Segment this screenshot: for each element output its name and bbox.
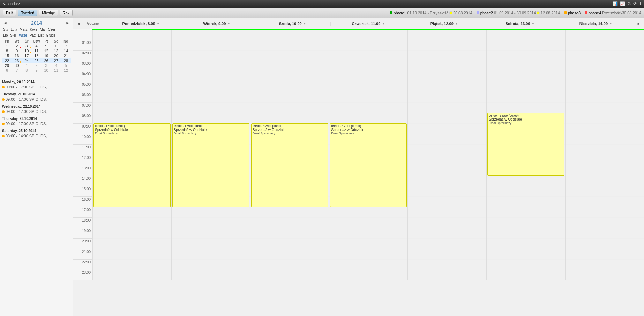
week-next[interactable]: ► [634, 22, 644, 26]
mini-cal-day[interactable]: 9 [31, 68, 41, 73]
chart-icon[interactable]: 📊 [613, 1, 618, 6]
day-cell[interactable] [93, 259, 171, 270]
day-cell[interactable] [250, 50, 329, 61]
day-cell[interactable] [487, 92, 565, 102]
month-sty[interactable]: Sty [2, 27, 9, 32]
day-cell[interactable] [172, 40, 250, 50]
day-cell[interactable] [487, 82, 565, 92]
day-cell[interactable] [408, 61, 486, 71]
mini-cal-day[interactable]: 4 [31, 44, 41, 48]
day-cell[interactable] [487, 71, 565, 82]
day-cell[interactable] [172, 217, 250, 228]
day-cell[interactable] [250, 228, 329, 238]
day-cell[interactable] [408, 40, 486, 50]
day-cell[interactable] [566, 102, 644, 113]
mini-cal-day[interactable]: 12 [61, 68, 71, 73]
day-cell[interactable] [329, 249, 408, 259]
day-cell[interactable] [487, 29, 565, 40]
day-cell[interactable] [329, 61, 408, 71]
day-cell[interactable] [408, 270, 486, 280]
day-cell[interactable] [566, 144, 644, 155]
day-cell[interactable] [566, 270, 644, 280]
day-cell[interactable] [250, 92, 329, 102]
day-cell[interactable] [329, 259, 408, 270]
day-cell[interactable] [329, 71, 408, 82]
day-cell[interactable] [566, 259, 644, 270]
day-cell[interactable] [172, 82, 250, 92]
day-cell[interactable] [329, 29, 408, 40]
day-cell[interactable] [487, 102, 565, 113]
day-cell[interactable] [566, 176, 644, 186]
day-cell[interactable] [408, 50, 486, 61]
day-cell[interactable] [566, 165, 644, 176]
day-cell[interactable] [172, 270, 250, 280]
day-cell[interactable] [172, 92, 250, 102]
day-cell[interactable] [250, 207, 329, 217]
day-cell[interactable] [408, 134, 486, 144]
mini-cal-day[interactable]: 18 [31, 53, 41, 58]
day-cell[interactable] [566, 82, 644, 92]
mini-cal-day[interactable]: 13 [51, 48, 61, 53]
day-cell[interactable] [93, 102, 171, 113]
day-cell[interactable] [329, 270, 408, 280]
day-cell[interactable] [172, 249, 250, 259]
agenda-item[interactable]: 09:00 - 17:00 SP O, DS, [2, 109, 71, 114]
day-cell[interactable] [487, 186, 565, 196]
day-cell[interactable] [250, 71, 329, 82]
day-cell[interactable] [487, 40, 565, 50]
agenda-item[interactable]: 09:00 - 17:00 SP O, DS, [2, 85, 71, 90]
mini-cal-day[interactable]: 16 [12, 53, 22, 58]
week-day-header[interactable]: Piątek, 12.09▼ [406, 22, 482, 26]
day-cell[interactable] [408, 228, 486, 238]
day-cell[interactable] [566, 134, 644, 144]
day-cell[interactable] [408, 144, 486, 155]
day-cell[interactable] [408, 102, 486, 113]
calendar-event[interactable]: 09:00 - 17:00 (08:00)Sprzedaż w Oddziale… [251, 123, 328, 207]
mini-cal-day[interactable]: 5 [61, 63, 71, 68]
day-cell[interactable] [566, 155, 644, 165]
day-cell[interactable] [250, 238, 329, 249]
agenda-item[interactable]: 09:00 - 17:00 SP O, DS, [2, 121, 71, 126]
month-luty[interactable]: Luty [9, 27, 18, 32]
day-cell[interactable] [93, 82, 171, 92]
day-cell[interactable] [566, 217, 644, 228]
mini-cal-day[interactable]: 20 [51, 53, 61, 58]
mini-cal-day[interactable]: 12 [42, 48, 51, 53]
calendar-event[interactable]: 09:00 - 17:00 (08:00)Sprzedaż w Oddziale… [330, 123, 407, 207]
mini-cal-day[interactable]: 2 [12, 44, 22, 48]
day-cell[interactable] [172, 259, 250, 270]
bar-icon[interactable]: 📈 [620, 1, 625, 6]
day-cell[interactable] [329, 217, 408, 228]
day-cell[interactable] [566, 50, 644, 61]
mini-cal-day[interactable]: 2 [31, 63, 41, 68]
day-cell[interactable] [250, 270, 329, 280]
day-cell[interactable] [487, 259, 565, 270]
day-cell[interactable] [566, 238, 644, 249]
mini-cal-day[interactable]: 28 [61, 58, 71, 63]
month-grudz[interactable]: Grudz [45, 33, 57, 38]
day-cell[interactable] [566, 249, 644, 259]
day-cell[interactable] [250, 61, 329, 71]
week-day-header[interactable]: Niedziela, 14.09▼ [558, 22, 634, 26]
mini-cal-day[interactable]: 1 [2, 44, 12, 48]
day-cell[interactable] [250, 113, 329, 123]
day-cell[interactable] [408, 217, 486, 228]
day-cell[interactable] [329, 207, 408, 217]
day-cell[interactable] [487, 196, 565, 207]
month-button[interactable]: Miesiąc [39, 10, 58, 16]
day-cell[interactable] [93, 249, 171, 259]
gear-icon[interactable]: ⚙ [627, 1, 631, 6]
mini-cal-day[interactable]: 25 [31, 58, 41, 63]
time-grid[interactable]: 01:0002:0003:0004:0005:0006:0007:0008:00… [73, 29, 644, 316]
day-cell[interactable] [408, 186, 486, 196]
month-list[interactable]: List [37, 33, 45, 38]
day-cell[interactable] [566, 123, 644, 134]
day-cell[interactable] [408, 29, 486, 40]
mini-cal-day[interactable]: 17 [22, 53, 31, 58]
day-cell[interactable] [487, 176, 565, 186]
mini-cal-day[interactable]: 22 [2, 58, 12, 63]
mini-cal-day[interactable]: 14 [61, 48, 71, 53]
day-cell[interactable] [93, 217, 171, 228]
month-maj[interactable]: Maj [39, 27, 46, 32]
day-cell[interactable] [329, 92, 408, 102]
